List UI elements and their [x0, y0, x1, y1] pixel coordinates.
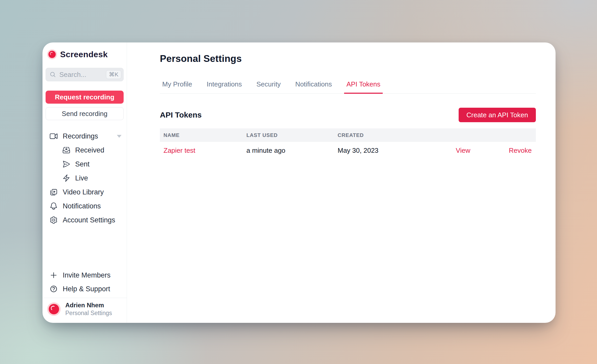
video-library-icon	[49, 188, 58, 196]
sidebar-item-live[interactable]: Live	[46, 172, 124, 184]
sidebar-item-video-library[interactable]: Video Library	[46, 186, 124, 198]
sidebar: Screendesk Search... ⌘K Request recordin…	[42, 42, 127, 323]
send-recording-button[interactable]: Send recording	[46, 107, 124, 120]
sidebar-item-label: Recordings	[63, 132, 98, 140]
search-placeholder: Search...	[59, 71, 86, 79]
create-api-token-button[interactable]: Create an API Token	[459, 108, 536, 122]
search-input[interactable]: Search... ⌘K	[46, 68, 124, 81]
question-circle-icon	[49, 285, 58, 293]
column-header-last-used: Last used	[243, 132, 334, 138]
column-header-name: Name	[160, 132, 243, 138]
sidebar-item-label: Help & Support	[63, 285, 110, 293]
keyboard-shortcut-badge: ⌘K	[106, 70, 121, 79]
column-header-created: Created	[334, 132, 428, 138]
screendesk-logo-icon	[47, 49, 57, 59]
app-window: Screendesk Search... ⌘K Request recordin…	[42, 42, 556, 323]
brand-name: Screendesk	[60, 50, 108, 59]
help-support-button[interactable]: Help & Support	[46, 283, 124, 295]
table-header-row: Name Last used Created	[160, 128, 536, 142]
brand: Screendesk	[46, 49, 124, 60]
sidebar-footer: Invite Members Help & Support	[46, 270, 124, 298]
tab-security[interactable]: Security	[254, 77, 283, 94]
user-context: Personal Settings	[65, 309, 112, 317]
sidebar-item-sent[interactable]: Sent	[46, 158, 124, 170]
sidebar-item-label: Sent	[75, 160, 90, 168]
main-content: Personal Settings My Profile Integration…	[127, 42, 556, 323]
request-recording-button[interactable]: Request recording	[46, 91, 124, 104]
chevron-down-icon[interactable]	[117, 135, 122, 138]
sidebar-item-notifications[interactable]: Notifications	[46, 200, 124, 212]
token-last-used: a minute ago	[243, 147, 334, 155]
tab-integrations[interactable]: Integrations	[204, 77, 244, 94]
plus-icon	[49, 271, 58, 280]
settings-tabs: My Profile Integrations Security Notific…	[160, 77, 536, 94]
user-menu[interactable]: Adrien Nhem Personal Settings	[46, 298, 124, 323]
api-tokens-table: Name Last used Created Zapier test a min…	[160, 128, 536, 159]
section-header: API Tokens Create an API Token	[160, 108, 536, 122]
sidebar-item-label: Received	[75, 146, 104, 154]
sidebar-item-label: Live	[75, 174, 88, 182]
sidebar-item-received[interactable]: Received	[46, 144, 124, 156]
inbox-arrow-down-icon	[62, 146, 70, 154]
sidebar-item-recordings[interactable]: Recordings	[46, 130, 124, 142]
bell-icon	[49, 202, 58, 210]
invite-members-button[interactable]: Invite Members	[46, 270, 124, 281]
section-title: API Tokens	[160, 111, 202, 119]
revoke-token-link[interactable]: Revoke	[474, 147, 536, 155]
gear-icon	[49, 216, 58, 224]
page-title: Personal Settings	[160, 53, 536, 65]
user-name: Adrien Nhem	[65, 301, 112, 309]
paper-plane-icon	[62, 160, 70, 168]
sidebar-item-label: Video Library	[63, 188, 104, 196]
sidebar-item-label: Invite Members	[63, 271, 111, 279]
avatar	[47, 302, 61, 316]
table-row: Zapier test a minute ago May 30, 2023 Vi…	[160, 142, 536, 159]
video-camera-icon	[49, 132, 58, 141]
sidebar-item-account-settings[interactable]: Account Settings	[46, 214, 124, 226]
view-token-link[interactable]: View	[428, 147, 474, 155]
sidebar-nav: Recordings Received Sent	[46, 130, 124, 226]
sidebar-item-label: Account Settings	[63, 216, 115, 224]
sidebar-item-label: Notifications	[63, 202, 101, 210]
tab-api-tokens[interactable]: API Tokens	[344, 77, 383, 94]
lightning-bolt-icon	[62, 174, 70, 182]
token-name-link[interactable]: Zapier test	[160, 147, 243, 155]
tab-my-profile[interactable]: My Profile	[160, 77, 195, 94]
token-created: May 30, 2023	[334, 147, 428, 155]
tab-notifications[interactable]: Notifications	[293, 77, 334, 94]
search-icon	[49, 71, 56, 78]
